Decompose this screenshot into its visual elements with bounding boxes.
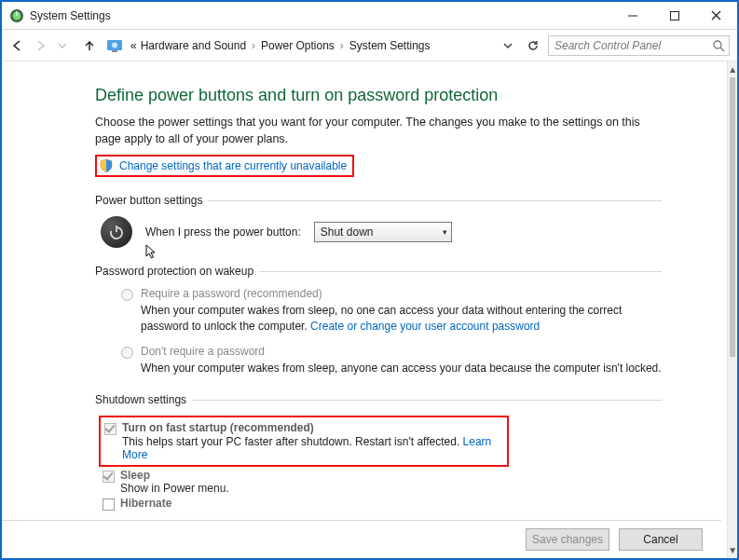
breadcrumb-power-options[interactable]: Power Options: [261, 39, 335, 52]
create-password-link[interactable]: Create or change your user account passw…: [310, 320, 540, 333]
sleep-label: Sleep: [120, 469, 150, 482]
content-pane: Define power buttons and turn on passwor…: [2, 61, 727, 558]
svg-point-10: [714, 41, 721, 48]
breadcrumb-prefix: «: [130, 39, 137, 52]
search-icon[interactable]: [712, 39, 725, 52]
maximize-button[interactable]: [653, 2, 695, 29]
power-icon: [101, 216, 132, 248]
back-button[interactable]: [9, 38, 26, 53]
require-password-label: Require a password (recommended): [141, 287, 322, 300]
power-button-select[interactable]: Shut down ▾: [314, 222, 452, 242]
radio-dont-require-password: [121, 347, 133, 359]
power-button-label: When I press the power button:: [145, 225, 301, 239]
titlebar: System Settings: [2, 2, 737, 30]
app-icon: [9, 8, 24, 23]
scroll-up-icon[interactable]: ▲: [728, 61, 737, 77]
cancel-button[interactable]: Cancel: [619, 528, 703, 551]
chevron-down-icon: ▾: [443, 227, 447, 237]
checkbox-sleep: [103, 471, 115, 483]
scroll-down-icon[interactable]: ▼: [728, 542, 737, 558]
section-password: Password protection on wakeup: [95, 265, 662, 278]
search-placeholder: Search Control Panel: [554, 39, 712, 52]
shield-icon: [99, 158, 114, 173]
change-settings-link[interactable]: Change settings that are currently unava…: [119, 159, 347, 172]
breadcrumb-hardware[interactable]: Hardware and Sound: [141, 39, 246, 52]
scroll-thumb[interactable]: [730, 77, 735, 357]
minimize-button[interactable]: [611, 2, 653, 29]
address-dropdown-icon[interactable]: [503, 41, 518, 50]
dont-require-label: Don't require a password: [141, 345, 265, 358]
fast-startup-desc: This helps start your PC faster after sh…: [122, 435, 463, 448]
refresh-button[interactable]: [526, 38, 541, 53]
power-button-value: Shut down: [321, 225, 443, 239]
search-input[interactable]: Search Control Panel: [548, 35, 730, 56]
highlight-change-settings: Change settings that are currently unava…: [95, 155, 354, 177]
breadcrumb-system-settings[interactable]: System Settings: [349, 39, 431, 52]
chevron-right-icon: ›: [250, 39, 257, 52]
page-description: Choose the power settings that you want …: [95, 115, 662, 147]
window-title: System Settings: [30, 9, 111, 22]
save-button[interactable]: Save changes: [526, 528, 609, 551]
fast-startup-label: Turn on fast startup (recommended): [122, 421, 314, 434]
scrollbar[interactable]: ▲ ▼: [727, 61, 737, 558]
dont-require-desc: When your computer wakes from sleep, any…: [141, 361, 662, 376]
close-button[interactable]: [695, 2, 737, 29]
recent-dropdown-icon[interactable]: [58, 41, 75, 50]
control-panel-icon: [106, 37, 123, 54]
svg-rect-2: [16, 11, 18, 16]
footer: Save changes Cancel: [2, 520, 721, 558]
chevron-right-icon: ›: [338, 39, 346, 52]
navbar: « Hardware and Sound › Power Options › S…: [2, 30, 737, 61]
breadcrumb[interactable]: « Hardware and Sound › Power Options › S…: [130, 39, 518, 52]
page-title: Define power buttons and turn on passwor…: [95, 86, 662, 105]
section-shutdown: Shutdown settings: [95, 393, 662, 406]
section-power-button: Power button settings: [95, 194, 662, 207]
highlight-fast-startup: Turn on fast startup (recommended) This …: [99, 416, 509, 467]
checkbox-fast-startup: [104, 423, 116, 435]
window-controls: [611, 2, 737, 29]
sleep-desc: Show in Power menu.: [120, 482, 662, 495]
forward-button[interactable]: [34, 38, 50, 53]
hibernate-label: Hibernate: [120, 497, 171, 510]
require-password-desc: When your computer wakes from sleep, no …: [141, 303, 662, 335]
svg-rect-8: [112, 50, 117, 52]
svg-point-9: [112, 42, 117, 48]
up-button[interactable]: [82, 38, 99, 53]
svg-line-11: [720, 48, 724, 51]
svg-rect-4: [670, 11, 678, 20]
radio-require-password: [121, 289, 133, 301]
checkbox-hibernate: [103, 499, 115, 511]
